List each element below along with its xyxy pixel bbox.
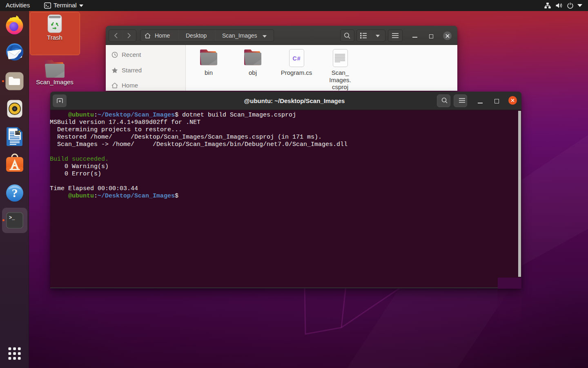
svg-text:?: ? <box>12 186 18 200</box>
svg-text:>_: >_ <box>9 215 15 221</box>
